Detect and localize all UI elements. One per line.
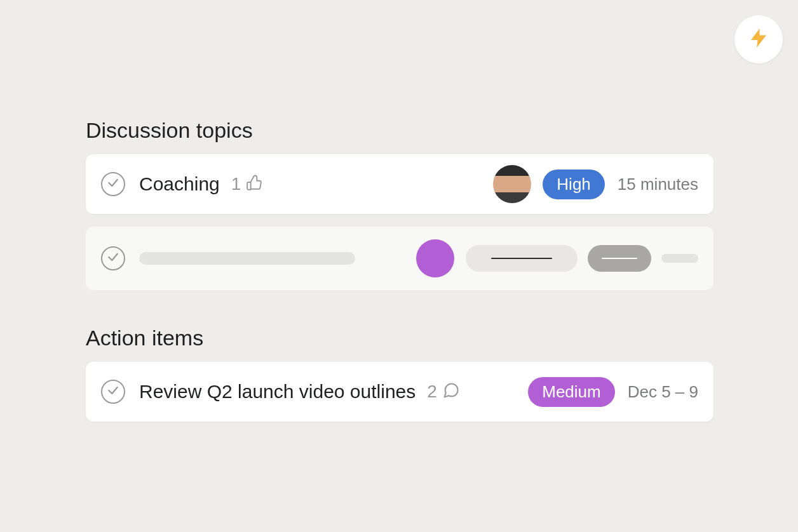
lightning-icon — [747, 27, 770, 52]
task-row-placeholder[interactable] — [86, 227, 713, 290]
task-row[interactable]: Coaching 1 High 15 minutes — [86, 154, 713, 214]
placeholder-pill — [588, 245, 651, 272]
section-action-items: Action items Review Q2 launch video outl… — [86, 326, 713, 422]
automation-fab[interactable] — [734, 15, 783, 63]
placeholder-text — [661, 254, 698, 263]
check-icon — [107, 384, 119, 399]
like-count: 1 — [231, 174, 241, 194]
thumbs-up-icon[interactable] — [246, 175, 262, 194]
task-duration: 15 minutes — [605, 175, 698, 194]
complete-toggle[interactable] — [101, 380, 125, 404]
task-date: Dec 5 – 9 — [615, 382, 698, 402]
assignee-avatar-placeholder — [416, 239, 454, 277]
comment-count: 2 — [427, 382, 437, 402]
complete-toggle[interactable] — [101, 246, 125, 270]
section-heading-discussion: Discussion topics — [86, 118, 713, 143]
check-icon — [107, 251, 119, 266]
section-discussion-topics: Discussion topics Coaching 1 — [86, 118, 713, 290]
assignee-avatar[interactable] — [493, 165, 531, 203]
check-icon — [107, 176, 119, 192]
task-row[interactable]: Review Q2 launch video outlines 2 Medium… — [86, 362, 713, 422]
section-heading-action: Action items — [86, 326, 713, 350]
task-title: Coaching — [139, 173, 220, 195]
task-title: Review Q2 launch video outlines — [139, 381, 416, 402]
priority-badge[interactable]: High — [543, 170, 604, 199]
complete-toggle[interactable] — [101, 172, 125, 196]
comment-icon[interactable] — [442, 382, 460, 402]
placeholder-title — [139, 252, 355, 265]
priority-badge[interactable]: Medium — [528, 377, 614, 407]
placeholder-pill — [466, 245, 578, 272]
